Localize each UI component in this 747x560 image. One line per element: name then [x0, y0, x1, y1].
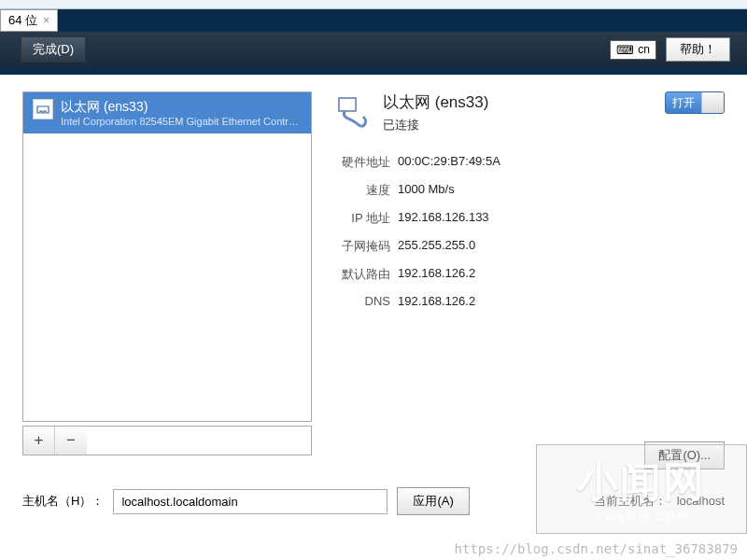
ethernet-large-icon — [334, 93, 374, 133]
ethernet-icon — [33, 99, 53, 119]
hostname-row: 主机名（H）： 应用(A) 当前主机名： localhost — [22, 487, 725, 515]
apply-button[interactable]: 应用(A) — [397, 487, 469, 515]
svg-rect-0 — [339, 98, 356, 111]
detail-row-speed: 速度 1000 Mb/s — [334, 182, 725, 199]
hostname-input[interactable] — [113, 489, 388, 514]
interface-list: 以太网 (ens33) Intel Corporation 82545EM Gi… — [22, 91, 312, 422]
interface-sidebar: 以太网 (ens33) Intel Corporation 82545EM Gi… — [22, 91, 312, 455]
toolbar: 完成(D) ⌨ cn 帮助！ — [0, 32, 747, 67]
browser-tab[interactable]: 64 位 × — [0, 9, 58, 32]
network-panel: 以太网 (ens33) Intel Corporation 82545EM Gi… — [0, 75, 747, 560]
detail-row-subnet: 子网掩码 255.255.255.0 — [334, 238, 725, 255]
interface-details: 以太网 (ens33) 已连接 打开 硬件地址 00:0C:29:B7:49:5… — [334, 91, 725, 319]
detail-table: 硬件地址 00:0C:29:B7:49:5A 速度 1000 Mb/s IP 地… — [334, 154, 725, 308]
detail-row-hwaddr: 硬件地址 00:0C:29:B7:49:5A — [334, 154, 725, 171]
connection-toggle[interactable]: 打开 — [665, 91, 725, 114]
interface-title: 以太网 (ens33) — [61, 99, 302, 116]
interface-item-ens33[interactable]: 以太网 (ens33) Intel Corporation 82545EM Gi… — [23, 92, 311, 133]
window-titlebar — [0, 0, 747, 9]
ime-indicator[interactable]: ⌨ cn — [610, 40, 656, 60]
ime-label: cn — [638, 43, 650, 56]
toggle-knob — [701, 92, 724, 113]
close-icon[interactable]: × — [43, 14, 49, 27]
detail-status: 已连接 — [383, 117, 488, 133]
done-button[interactable]: 完成(D) — [21, 37, 86, 63]
detail-row-ip: IP 地址 192.168.126.133 — [334, 210, 725, 227]
remove-interface-button[interactable]: − — [55, 427, 87, 455]
help-button[interactable]: 帮助！ — [666, 37, 730, 62]
toggle-label: 打开 — [666, 95, 701, 111]
tab-label: 64 位 — [8, 12, 37, 29]
footer-url: https://blog.csdn.net/sinat_36783879 — [0, 541, 738, 556]
interface-subtitle: Intel Corporation 82545EM Gigabit Ethern… — [61, 116, 302, 127]
hostname-label: 主机名（H）： — [22, 493, 104, 510]
current-hostname: 当前主机名： localhost — [594, 493, 725, 510]
keyboard-icon: ⌨ — [616, 43, 634, 57]
configure-button[interactable]: 配置(O)... — [644, 441, 725, 469]
detail-row-dns: DNS 192.168.126.2 — [334, 294, 725, 308]
detail-row-gateway: 默认路由 192.168.126.2 — [334, 266, 725, 283]
interface-list-actions: + − — [22, 426, 312, 455]
detail-title: 以太网 (ens33) — [383, 91, 488, 113]
add-interface-button[interactable]: + — [23, 427, 55, 455]
